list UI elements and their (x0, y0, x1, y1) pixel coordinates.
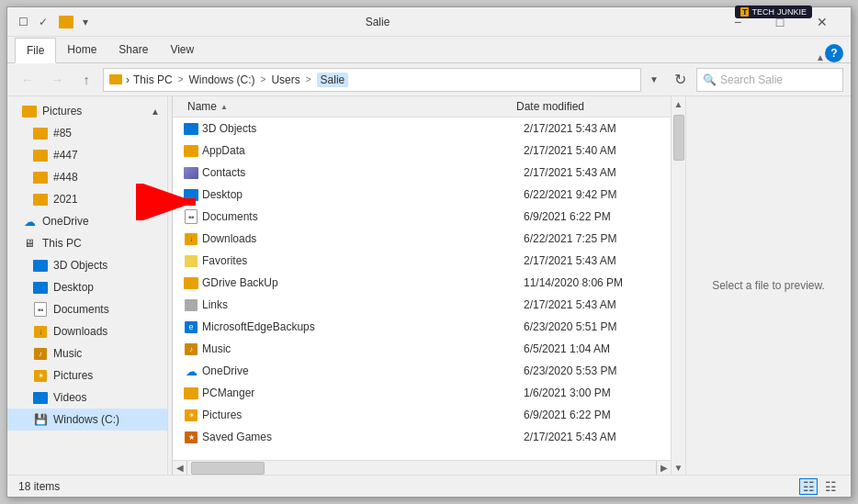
file-date-music: 6/5/2021 1:04 AM (524, 342, 671, 355)
file-row[interactable]: ■■ Documents 6/9/2021 6:22 PM (173, 206, 671, 228)
file-date-downloads: 6/22/2021 7:25 PM (524, 232, 671, 245)
sidebar-item-pictures2[interactable]: ☀ Pictures (7, 364, 167, 386)
collapse-arrow: ▲ (151, 106, 160, 117)
sidebar-item-music[interactable]: ♪ Music (7, 342, 167, 364)
sidebar-item-447[interactable]: #447 (7, 144, 167, 166)
techjunkie-badge: T TECHJUNKIE (735, 6, 812, 18)
music-icon: ♪ (33, 346, 48, 361)
file-row[interactable]: ☀ Pictures 6/9/2021 6:22 PM (173, 404, 671, 426)
tab-home[interactable]: Home (56, 37, 107, 62)
vscroll-track (672, 111, 685, 460)
file-icon-favorites (180, 255, 202, 267)
large-icons-view-button[interactable]: ☷ (821, 478, 840, 495)
hscroll-track (187, 461, 656, 476)
tab-file[interactable]: File (15, 38, 56, 63)
path-folder-icon (109, 74, 122, 84)
folder-448-icon (33, 170, 48, 185)
tab-share[interactable]: Share (107, 37, 159, 62)
path-chevron-2: > (261, 74, 266, 84)
up-button[interactable]: ↑ (73, 67, 99, 93)
title-bar: ☐ ✓ ▾ Salie T TECHJUNKIE − □ ✕ (7, 7, 851, 37)
sidebar-label-desktop: Desktop (53, 281, 94, 294)
sidebar-item-onedrive[interactable]: ☁ OneDrive (7, 210, 167, 232)
vscroll-down[interactable]: ▼ (672, 460, 685, 475)
sidebar-item-winc[interactable]: 💾 Windows (C:) (7, 409, 167, 431)
badge-junkie: JUNKIE (777, 7, 807, 17)
file-row[interactable]: Favorites 2/17/2021 5:43 AM (173, 250, 671, 272)
path-end: Salie (317, 73, 349, 87)
file-icon-contacts (180, 167, 202, 179)
hscroll-thumb[interactable] (191, 462, 265, 475)
sidebar-item-85[interactable]: #85 (7, 122, 167, 144)
refresh-button[interactable]: ↻ (667, 67, 693, 93)
badge-t: T (740, 7, 750, 17)
column-date[interactable]: Date modified (509, 100, 656, 113)
horizontal-scrollbar[interactable]: ◀ ▶ (173, 460, 671, 475)
address-dropdown[interactable]: ▼ (645, 68, 663, 92)
path-thispc-label: This PC (133, 73, 173, 86)
help-button[interactable]: ? (825, 44, 843, 62)
file-row[interactable]: GDrive BackUp 11/14/2020 8:06 PM (173, 272, 671, 294)
file-row[interactable]: ★ Saved Games 2/17/2021 5:43 AM (173, 426, 671, 448)
back-button[interactable]: ← (15, 67, 40, 93)
sidebar: Pictures ▲ #85 #447 #448 2021 ☁ (7, 96, 168, 475)
file-row[interactable]: Links 2/17/2021 5:43 AM (173, 294, 671, 316)
address-path[interactable]: › 3D Objects This PC > Windows (C:) > Us… (103, 68, 641, 92)
file-name-desktop: Desktop (202, 188, 524, 201)
sidebar-item-downloads[interactable]: ↓ Downloads (7, 320, 167, 342)
file-name-edge: MicrosoftEdgeBackups (202, 320, 524, 333)
file-date-3dobjects: 2/17/2021 5:43 AM (524, 122, 671, 135)
file-icon-savedgames: ★ (180, 431, 202, 443)
pictures-icon (22, 104, 37, 118)
file-name-gdrive: GDrive BackUp (202, 276, 524, 289)
file-row[interactable]: Contacts 2/17/2021 5:43 AM (173, 162, 671, 184)
drive-icon: 💾 (33, 412, 48, 427)
sidebar-item-2021[interactable]: 2021 (7, 188, 167, 210)
file-row[interactable]: PCManger 1/6/2021 3:00 PM (173, 382, 671, 404)
desktop-icon (33, 280, 48, 295)
folder-2021-icon (33, 192, 48, 207)
column-header: Name ▲ Date modified (173, 96, 671, 118)
search-box[interactable]: 🔍 Search Salie (696, 68, 843, 92)
ribbon-collapse[interactable]: ▲ (816, 52, 825, 62)
downloads-icon: ↓ (33, 324, 48, 339)
sidebar-item-pictures[interactable]: Pictures ▲ (7, 100, 167, 122)
qat-icon-1[interactable]: ☐ (15, 14, 31, 30)
preview-panel: Select a file to preview. (685, 96, 851, 475)
file-row[interactable]: ♪ Music 6/5/2021 1:04 AM (173, 338, 671, 360)
file-row[interactable]: 3D Objects 2/17/2021 5:43 AM (173, 118, 671, 140)
file-name-pictures: Pictures (202, 409, 524, 421)
file-row[interactable]: e MicrosoftEdgeBackups 6/23/2020 5:51 PM (173, 316, 671, 338)
vscroll-up[interactable]: ▲ (672, 96, 685, 111)
sidebar-item-thispc[interactable]: 🖥 This PC (7, 232, 167, 254)
details-view-button[interactable]: ☷ (799, 478, 818, 495)
sidebar-item-videos[interactable]: Videos (7, 386, 167, 409)
file-name-favorites: Favorites (202, 254, 524, 267)
preview-text: Select a file to preview. (712, 279, 825, 292)
file-name-downloads: Downloads (202, 232, 524, 245)
file-date-favorites: 2/17/2021 5:43 AM (524, 254, 671, 267)
search-placeholder: Search Salie (720, 73, 783, 86)
sidebar-item-3dobjects[interactable]: 3D Objects (7, 254, 167, 276)
hscroll-right[interactable]: ▶ (656, 461, 671, 476)
tab-view[interactable]: View (159, 37, 205, 62)
file-row[interactable]: Desktop 6/22/2021 9:42 PM (173, 184, 671, 206)
file-row[interactable]: AppData 2/17/2021 5:40 AM (173, 140, 671, 162)
vscroll-thumb[interactable] (673, 115, 684, 161)
file-row[interactable]: ↓ Downloads 6/22/2021 7:25 PM (173, 228, 671, 250)
sidebar-label-music: Music (53, 347, 82, 360)
sidebar-item-documents[interactable]: ■■ Documents (7, 298, 167, 320)
main-area: Pictures ▲ #85 #447 #448 2021 ☁ (7, 96, 851, 475)
hscroll-left[interactable]: ◀ (173, 461, 187, 476)
sidebar-label-3d: 3D Objects (53, 259, 107, 272)
sidebar-item-desktop[interactable]: Desktop (7, 276, 167, 298)
sidebar-item-448[interactable]: #448 (7, 166, 167, 188)
badge-tech: TECH (751, 7, 774, 17)
file-name-appdata: AppData (202, 144, 524, 157)
path-users: Users (271, 73, 299, 86)
file-date-pictures: 6/9/2021 6:22 PM (524, 409, 671, 421)
file-row[interactable]: ☁ OneDrive 6/23/2020 5:53 PM (173, 360, 671, 382)
sidebar-label-documents: Documents (53, 303, 109, 316)
column-name[interactable]: Name ▲ (180, 100, 509, 113)
forward-button[interactable]: → (44, 67, 70, 93)
